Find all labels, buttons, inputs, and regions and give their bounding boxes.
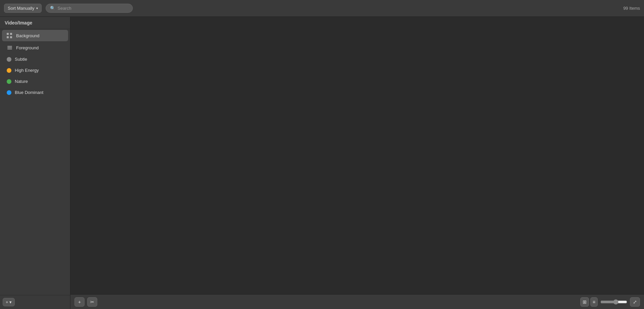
- main-layout: Video/Image Background ForegroundSubtleH…: [0, 17, 644, 309]
- size-slider-container: [600, 299, 627, 305]
- sort-button[interactable]: Sort Manually ▾: [4, 4, 42, 13]
- search-input[interactable]: [57, 6, 128, 11]
- scissor-button[interactable]: ✂: [87, 297, 97, 307]
- sidebar-title: Video/Image: [0, 17, 70, 29]
- bottom-bar: + ✂ ⊞ ≡ ⤢: [70, 294, 644, 309]
- sidebar-item-label: Foreground: [16, 45, 39, 50]
- sidebar-item-subtle[interactable]: Subtle: [2, 54, 68, 64]
- sidebar-item-blue-dominant[interactable]: Blue Dominant: [2, 87, 68, 98]
- search-icon: 🔍: [50, 6, 55, 11]
- sidebar-item-high-energy[interactable]: High Energy: [2, 65, 68, 75]
- sidebar-item-label: Background: [16, 33, 39, 38]
- sidebar-item-label: Blue Dominant: [15, 90, 43, 95]
- expand-icon: ⤢: [633, 299, 637, 305]
- content-area: + ✂ ⊞ ≡ ⤢: [70, 17, 644, 309]
- dot-icon: [7, 68, 11, 73]
- sidebar: Video/Image Background ForegroundSubtleH…: [0, 17, 70, 309]
- sidebar-item-foreground[interactable]: Foreground: [2, 42, 68, 53]
- size-slider[interactable]: [600, 299, 627, 305]
- sort-chevron-icon: ▾: [36, 6, 38, 10]
- dot-icon: [7, 79, 11, 84]
- sidebar-item-nature[interactable]: Nature: [2, 76, 68, 87]
- grid-icon: [7, 33, 13, 39]
- media-grid: [70, 17, 644, 294]
- dot-icon: [7, 90, 11, 95]
- lines-icon: [7, 45, 13, 51]
- sidebar-item-background[interactable]: Background: [2, 30, 68, 41]
- sort-label: Sort Manually: [8, 6, 34, 11]
- sidebar-items: Background ForegroundSubtleHigh EnergyNa…: [0, 29, 70, 295]
- grid-view-icon: ⊞: [583, 299, 587, 305]
- sidebar-bottom: + ▾: [0, 295, 70, 309]
- list-view-button[interactable]: ≡: [590, 297, 598, 307]
- sidebar-add-label: + ▾: [6, 300, 12, 305]
- add-icon: +: [78, 299, 81, 305]
- scissor-icon: ✂: [90, 299, 94, 305]
- grid-view-button[interactable]: ⊞: [580, 297, 589, 307]
- dot-icon: [7, 57, 11, 62]
- item-count: 99 Items: [623, 6, 640, 11]
- sidebar-item-label: Nature: [15, 79, 28, 84]
- add-item-button[interactable]: +: [74, 297, 85, 307]
- sidebar-add-button[interactable]: + ▾: [3, 298, 15, 306]
- list-view-icon: ≡: [593, 299, 595, 305]
- expand-button[interactable]: ⤢: [630, 297, 640, 307]
- search-box: 🔍: [46, 4, 133, 13]
- sidebar-item-label: Subtle: [15, 57, 27, 62]
- view-buttons: ⊞ ≡: [580, 297, 598, 307]
- sidebar-item-label: High Energy: [15, 68, 39, 73]
- top-bar: Sort Manually ▾ 🔍 99 Items: [0, 0, 644, 17]
